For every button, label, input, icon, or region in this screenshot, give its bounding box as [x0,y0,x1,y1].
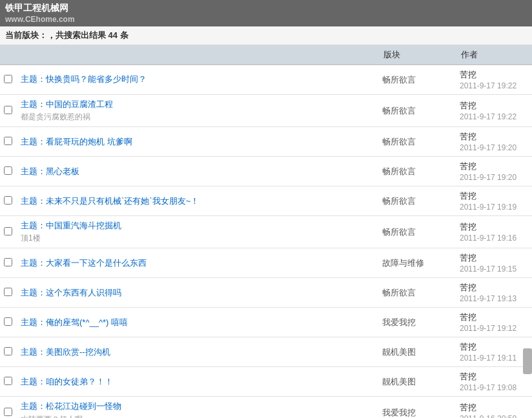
row-checkbox-cell [0,95,15,127]
topic-title[interactable]: 主题：中国重汽海斗挖掘机 [21,220,372,232]
row-checkbox-cell [0,186,15,216]
row-checkbox-cell [0,216,15,248]
author-name: 苦挖 [460,402,527,413]
topic-cell: 主题：咱的女徒弟？！！ [15,367,377,397]
topic-title[interactable]: 主题：这个东西有人识得吗 [21,287,372,299]
table-row: 主题：中国的豆腐渣工程都是贪污腐败惹的祸畅所欲言苦挖2011-9-17 19:2… [0,95,532,127]
forum-cell[interactable]: 故障与维修 [377,248,455,278]
table-row: 主题：松花江边碰到一怪物水陆两西？超人啊我爱我挖苦挖2011-9-16 20:5… [0,397,532,418]
forum-cell[interactable]: 畅所欲言 [377,127,455,157]
author-date: 2011-9-17 19:12 [460,324,527,333]
author-date: 2011-9-17 19:22 [460,112,527,121]
topic-title[interactable]: 主题：美图欣赏--挖沟机 [21,346,372,358]
row-checkbox[interactable] [4,347,12,355]
forum-cell[interactable]: 畅所欲言 [377,157,455,186]
forum-cell[interactable]: 靓机美图 [377,337,455,367]
row-checkbox-cell [0,397,15,418]
row-checkbox[interactable] [4,317,12,326]
author-date: 2011-9-17 19:20 [460,143,527,152]
author-date: 2011-9-16 20:50 [460,414,527,418]
author-name: 苦挖 [460,161,527,172]
row-checkbox-cell [0,65,15,95]
author-date: 2011-9-17 19:08 [460,383,527,392]
table-row: 主题：看屁哥玩的炮机 坑爹啊畅所欲言苦挖2011-9-17 19:20 [0,127,532,157]
forum-cell[interactable]: 畅所欲言 [377,186,455,216]
topic-subtitle: 水陆两西？超人啊 [21,414,372,418]
topic-subtitle: 顶1楼 [21,233,372,244]
table-row: 主题：俺的座驾(*^__^*) 嘻嘻我爱我挖苦挖2011-9-17 19:12 [0,308,532,337]
row-checkbox-cell [0,367,15,397]
results-table-container: 版块 作者 主题：快换贵吗？能省多少时间？畅所欲言苦挖2011-9-17 19:… [0,45,532,418]
author-name: 苦挖 [460,221,527,233]
checkbox-header [0,45,15,65]
forum-cell[interactable]: 我爱我挖 [377,308,455,337]
topic-cell: 主题：大家看一下这个是什么东西 [15,248,377,278]
author-cell: 苦挖2011-9-17 19:11 [455,337,532,367]
forum-cell[interactable]: 我爱我挖 [377,397,455,418]
forum-cell[interactable]: 畅所欲言 [377,95,455,127]
topic-cell: 主题：俺的座驾(*^__^*) 嘻嘻 [15,308,377,337]
author-header: 作者 [455,45,532,65]
author-date: 2011-9-17 19:22 [460,81,527,90]
author-cell: 苦挖2011-9-17 19:15 [455,248,532,278]
author-cell: 苦挖2011-9-17 19:13 [455,278,532,308]
topic-cell: 主题：这个东西有人识得吗 [15,278,377,308]
topic-title[interactable]: 主题：看屁哥玩的炮机 坑爹啊 [21,136,372,148]
row-checkbox[interactable] [4,166,12,175]
row-checkbox[interactable] [4,106,12,114]
row-checkbox[interactable] [4,288,12,296]
row-checkbox[interactable] [4,258,12,266]
table-row: 主题：未来不只是只有机械`还有她`我女朋友~！畅所欲言苦挖2011-9-17 1… [0,186,532,216]
topic-cell: 主题：松花江边碰到一怪物水陆两西？超人啊 [15,397,377,418]
row-checkbox[interactable] [4,377,12,385]
header-bar: 铁甲工程机械网 www.CEhome.com [0,0,532,26]
author-cell: 苦挖2011-9-17 19:16 [455,216,532,248]
forum-cell[interactable]: 畅所欲言 [377,65,455,95]
author-cell: 苦挖2011-9-17 19:20 [455,157,532,186]
topic-cell: 主题：中国的豆腐渣工程都是贪污腐败惹的祸 [15,95,377,127]
author-cell: 苦挖2011-9-17 19:22 [455,95,532,127]
row-checkbox[interactable] [4,137,12,145]
site-name: 铁甲工程机械网 [5,3,527,14]
table-row: 主题：这个东西有人识得吗畅所欲言苦挖2011-9-17 19:13 [0,278,532,308]
author-name: 苦挖 [460,282,527,294]
site-url: www.CEhome.com [5,15,527,24]
table-header-row: 版块 作者 [0,45,532,65]
author-date: 2011-9-17 19:16 [460,234,527,243]
row-checkbox[interactable] [4,75,12,83]
topic-title[interactable]: 主题：中国的豆腐渣工程 [21,99,372,110]
author-name: 苦挖 [460,371,527,383]
author-name: 苦挖 [460,252,527,264]
table-row: 主题：黑心老板畅所欲言苦挖2011-9-17 19:20 [0,157,532,186]
author-name: 苦挖 [460,341,527,353]
topic-title[interactable]: 主题：黑心老板 [21,166,372,177]
author-date: 2011-9-17 19:20 [460,173,527,182]
forum-cell[interactable]: 畅所欲言 [377,216,455,248]
author-date: 2011-9-17 19:19 [460,203,527,212]
row-checkbox[interactable] [4,227,12,235]
forum-cell[interactable]: 靓机美图 [377,367,455,397]
author-cell: 苦挖2011-9-17 19:22 [455,65,532,95]
search-summary: 当前版块：，共搜索出结果 44 条 [0,26,532,45]
forum-cell[interactable]: 畅所欲言 [377,278,455,308]
author-name: 苦挖 [460,69,527,81]
topic-subtitle: 都是贪污腐败惹的祸 [21,112,372,123]
topic-title[interactable]: 主题：大家看一下这个是什么东西 [21,257,372,269]
row-checkbox-cell [0,127,15,157]
table-row: 主题：中国重汽海斗挖掘机顶1楼畅所欲言苦挖2011-9-17 19:16 [0,216,532,248]
author-cell: 苦挖2011-9-17 19:19 [455,186,532,216]
author-cell: 苦挖2011-9-16 20:50 [455,397,532,418]
scrollbar[interactable] [523,348,532,374]
results-table: 版块 作者 主题：快换贵吗？能省多少时间？畅所欲言苦挖2011-9-17 19:… [0,45,532,418]
topic-title[interactable]: 主题：松花江边碰到一怪物 [21,401,372,412]
topic-title[interactable]: 主题：快换贵吗？能省多少时间？ [21,74,372,85]
row-checkbox[interactable] [4,408,12,416]
author-name: 苦挖 [460,100,527,112]
topic-title[interactable]: 主题：未来不只是只有机械`还有她`我女朋友~！ [21,195,372,207]
row-checkbox[interactable] [4,196,12,204]
table-row: 主题：美图欣赏--挖沟机靓机美图苦挖2011-9-17 19:11 [0,337,532,367]
topic-title[interactable]: 主题：咱的女徒弟？！！ [21,376,372,388]
topic-cell: 主题：看屁哥玩的炮机 坑爹啊 [15,127,377,157]
topic-title[interactable]: 主题：俺的座驾(*^__^*) 嘻嘻 [21,317,372,328]
author-date: 2011-9-17 19:11 [460,353,527,363]
